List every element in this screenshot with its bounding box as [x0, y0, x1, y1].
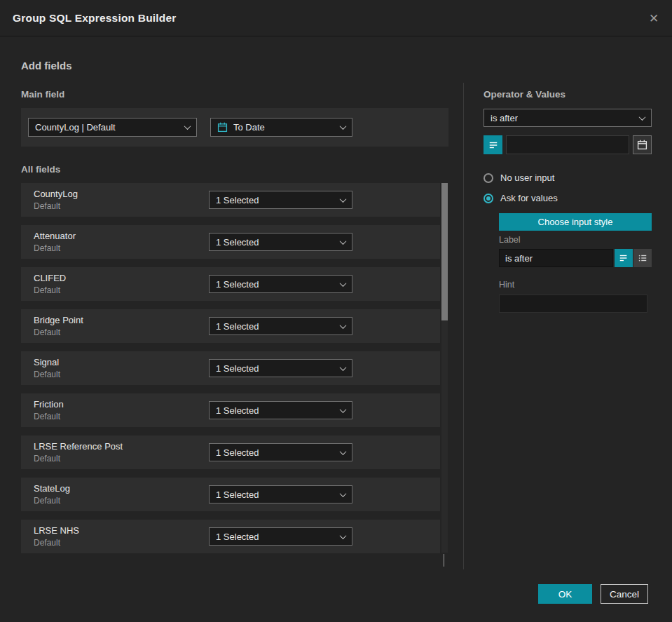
field-selection-value: 1 Selected: [216, 532, 259, 542]
date-type-select[interactable]: To Date: [210, 118, 352, 137]
radio-no-user-input[interactable]: No user input: [484, 173, 554, 183]
vertical-divider: [463, 83, 464, 569]
field-selection-select[interactable]: 1 Selected: [209, 527, 352, 546]
operator-select[interactable]: is after: [484, 109, 652, 127]
field-name: Friction: [34, 399, 64, 410]
radio-circle-selected-icon: [484, 194, 493, 203]
field-selection-value: 1 Selected: [216, 279, 259, 290]
radio-ask-for-values[interactable]: Ask for values: [484, 193, 558, 203]
title-bar: Group SQL Expression Builder ✕: [0, 0, 672, 36]
field-type: Default: [34, 412, 60, 421]
field-selection-select[interactable]: 1 Selected: [209, 191, 352, 209]
field-name: LRSE Reference Post: [34, 441, 123, 452]
field-selection-select[interactable]: 1 Selected: [209, 401, 352, 419]
chevron-down-icon: [340, 406, 347, 413]
bullet-list-icon: [638, 253, 647, 263]
field-row: Friction Default 1 Selected: [21, 393, 440, 427]
field-selection-select[interactable]: 1 Selected: [209, 275, 352, 293]
input-style-single-line-button[interactable]: [615, 249, 633, 267]
chevron-down-icon: [340, 196, 347, 203]
main-field-panel: CountyLog | Default To Date: [21, 108, 448, 147]
field-row: LRSE Reference Post Default 1 Selected: [21, 435, 440, 469]
label-caption: Label: [499, 235, 521, 245]
field-name: Signal: [34, 357, 59, 367]
date-mode-toggle-button[interactable]: [484, 135, 502, 154]
group-sql-expression-builder-dialog: Group SQL Expression Builder ✕ Add field…: [0, 0, 672, 622]
field-name: Attenuator: [34, 231, 76, 241]
main-field-select[interactable]: CountyLog | Default: [28, 118, 197, 137]
chevron-down-icon: [340, 123, 347, 130]
field-type: Default: [34, 201, 60, 211]
scrollbar-down-arrow[interactable]: [444, 554, 444, 567]
field-selection-select[interactable]: 1 Selected: [209, 485, 352, 503]
chevron-down-icon: [184, 123, 191, 130]
chevron-down-icon: [340, 532, 347, 539]
field-selection-value: 1 Selected: [216, 405, 259, 416]
field-name: StateLog: [34, 483, 70, 494]
fields-scrollbar-track[interactable]: [441, 183, 448, 553]
main-field-label: Main field: [21, 89, 64, 100]
label-input[interactable]: [499, 249, 613, 267]
field-row: Bridge Point Default 1 Selected: [21, 309, 440, 343]
calendar-icon: [637, 140, 647, 150]
all-fields-list: CountyLog Default 1 Selected Attenuator …: [21, 183, 440, 553]
field-type: Default: [34, 327, 60, 337]
radio-ask-for-values-label: Ask for values: [500, 193, 558, 203]
field-selection-value: 1 Selected: [216, 321, 259, 332]
ok-button[interactable]: OK: [538, 584, 592, 604]
field-name: CountyLog: [34, 189, 78, 199]
chevron-down-icon: [340, 322, 347, 329]
field-row: StateLog Default 1 Selected: [21, 478, 440, 511]
all-fields-label: All fields: [21, 164, 60, 175]
field-row: CLIFED Default 1 Selected: [21, 267, 440, 301]
field-type: Default: [34, 496, 60, 506]
field-selection-select[interactable]: 1 Selected: [209, 443, 352, 461]
add-fields-heading: Add fields: [21, 60, 72, 72]
operator-select-value: is after: [491, 113, 518, 123]
field-selection-value: 1 Selected: [216, 363, 259, 374]
radio-circle-icon: [484, 173, 493, 183]
lines-icon: [488, 140, 498, 150]
hint-input[interactable]: [499, 295, 647, 313]
field-name: CLIFED: [34, 273, 66, 283]
input-style-list-button[interactable]: [633, 249, 652, 267]
field-row: LRSE NHS Default 1 Selected: [21, 520, 440, 553]
field-selection-select[interactable]: 1 Selected: [209, 233, 352, 251]
operator-values-heading: Operator & Values: [484, 89, 565, 100]
fields-scrollbar-thumb[interactable]: [441, 183, 448, 320]
field-selection-value: 1 Selected: [216, 489, 259, 500]
chevron-down-icon: [340, 238, 347, 245]
radio-no-user-input-label: No user input: [500, 173, 554, 183]
field-type: Default: [34, 243, 60, 253]
chevron-down-icon: [340, 364, 347, 371]
field-row: Signal Default 1 Selected: [21, 351, 440, 385]
hint-caption: Hint: [499, 280, 514, 290]
field-selection-value: 1 Selected: [216, 237, 259, 248]
choose-input-style-button[interactable]: Choose input style: [499, 213, 652, 231]
close-button[interactable]: ✕: [645, 9, 663, 27]
calendar-icon: [217, 122, 228, 133]
close-icon: ✕: [649, 11, 659, 26]
chevron-down-icon: [340, 280, 347, 287]
chevron-down-icon: [340, 490, 347, 497]
date-type-select-value: To Date: [233, 122, 265, 133]
chevron-down-icon: [444, 554, 444, 567]
field-type: Default: [34, 370, 60, 379]
align-left-icon: [619, 253, 629, 263]
date-picker-button[interactable]: [633, 135, 652, 154]
cancel-button[interactable]: Cancel: [601, 584, 648, 604]
date-value-input[interactable]: [506, 135, 629, 154]
field-name: LRSE NHS: [34, 525, 79, 536]
field-type: Default: [34, 454, 60, 464]
field-row: Attenuator Default 1 Selected: [21, 225, 440, 259]
main-field-select-value: CountyLog | Default: [35, 122, 116, 133]
field-selection-value: 1 Selected: [216, 447, 259, 458]
field-type: Default: [34, 285, 60, 295]
field-row: CountyLog Default 1 Selected: [21, 183, 440, 217]
field-type: Default: [34, 538, 60, 548]
field-name: Bridge Point: [34, 315, 83, 325]
field-selection-select[interactable]: 1 Selected: [209, 359, 352, 377]
chevron-down-icon: [639, 114, 646, 121]
field-selection-select[interactable]: 1 Selected: [209, 317, 352, 335]
dialog-title: Group SQL Expression Builder: [13, 0, 177, 36]
